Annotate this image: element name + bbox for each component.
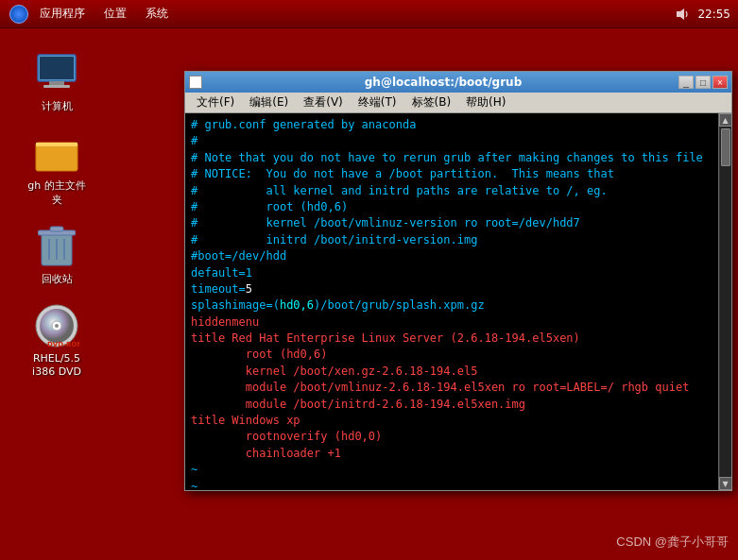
desktop-icon-dvd[interactable]: DVD-ROM RHEL/5.5 i386 DVD: [19, 299, 94, 383]
line-tilde2: ~: [191, 480, 197, 490]
menu-tabs[interactable]: 标签(B): [404, 93, 459, 112]
line-16: kernel /boot/xen.gz-2.6.18-194.el5: [191, 365, 477, 378]
line-tilde1: ~: [191, 463, 197, 476]
system-tray: [675, 7, 690, 22]
line-9: #boot=/dev/hdd: [191, 249, 286, 263]
watermark: CSDN @龚子小哥哥: [616, 534, 729, 551]
dvd-label: RHEL/5.5 i386 DVD: [23, 352, 91, 380]
menu-view[interactable]: 查看(V): [296, 93, 351, 112]
globe-icon: [9, 5, 28, 24]
line-18: module /boot/initrd-2.6.18-194.el5xen.im…: [191, 398, 525, 411]
menu-help[interactable]: 帮助(H): [458, 93, 513, 112]
line-21: chainloader +1: [191, 447, 341, 460]
menu-edit[interactable]: 编辑(E): [242, 93, 296, 112]
desktop-icon-computer[interactable]: 计算机: [19, 47, 94, 117]
line-3: # Note that you do not have to rerun gru…: [191, 151, 703, 164]
svg-rect-2: [40, 57, 74, 79]
computer-icon-image: [34, 51, 79, 96]
line-8: # initrd /boot/initrd-version.img: [191, 233, 477, 246]
maximize-button[interactable]: □: [695, 76, 711, 89]
line-19: title Windows xp: [191, 414, 300, 427]
line-14: title Red Hat Enterprise Linux Server (2…: [191, 331, 580, 345]
menu-places[interactable]: 位置: [96, 4, 134, 24]
window-titlebar: gh@localhost:/boot/grub _ □ ×: [185, 72, 731, 93]
menu-terminal[interactable]: 终端(T): [351, 93, 404, 112]
close-button[interactable]: ×: [712, 76, 728, 89]
desktop: 计算机 gh 的主文件夹 回收站: [0, 28, 151, 560]
line-12: splashimage=(hd0,6)/boot/grub/splash.xpm…: [191, 298, 485, 312]
line-5: # all kernel and initrd paths are relati…: [191, 184, 608, 197]
taskbar-menus: 应用程序 位置 系统: [0, 4, 181, 24]
svg-rect-9: [50, 227, 63, 231]
svg-marker-0: [677, 8, 684, 20]
taskbar: 应用程序 位置 系统 22:55: [0, 0, 738, 28]
svg-point-16: [55, 324, 59, 328]
line-2: #: [191, 134, 197, 147]
folder-icon-image: [34, 130, 79, 176]
scrollbar[interactable]: ▲ ▼: [718, 113, 731, 490]
window-icon: [189, 76, 202, 89]
line-7: # kernel /boot/vmlinuz-version ro root=/…: [191, 216, 580, 229]
svg-rect-4: [43, 85, 70, 88]
line-17: module /boot/vmlinuz-2.6.18-194.el5xen r…: [191, 381, 689, 394]
dvd-svg: DVD-ROM: [34, 303, 79, 348]
minimize-button[interactable]: _: [678, 76, 694, 89]
svg-rect-5: [36, 143, 77, 171]
menu-system[interactable]: 系统: [138, 4, 176, 24]
line-6: # root (hd0,6): [191, 200, 348, 213]
home-label: gh 的主文件夹: [23, 179, 91, 207]
line-10: default=1: [191, 266, 252, 280]
window-controls: _ □ ×: [678, 76, 728, 89]
scrollbar-track: [720, 127, 731, 477]
line-20: rootnoverify (hd0,0): [191, 430, 382, 443]
volume-icon: [675, 7, 690, 22]
line-4: # NOTICE: You do not have a /boot partit…: [191, 167, 614, 180]
taskbar-right: 22:55: [675, 7, 738, 22]
computer-svg: [34, 51, 79, 96]
svg-rect-3: [49, 81, 64, 85]
scroll-up-button[interactable]: ▲: [719, 113, 732, 127]
desktop-icon-trash[interactable]: 回收站: [19, 220, 94, 290]
menu-file[interactable]: 文件(F): [189, 93, 242, 112]
trash-icon-image: [34, 224, 79, 269]
scroll-down-button[interactable]: ▼: [719, 477, 732, 490]
clock: 22:55: [697, 8, 730, 21]
terminal-window: gh@localhost:/boot/grub _ □ × 文件(F) 编辑(E…: [184, 71, 732, 491]
window-title: gh@localhost:/boot/grub: [208, 76, 678, 89]
window-content: # grub.conf generated by anaconda # # No…: [185, 113, 731, 490]
line-1: # grub.conf generated by anaconda: [191, 118, 416, 131]
trash-label: 回收站: [42, 273, 73, 286]
scrollbar-thumb[interactable]: [721, 128, 730, 166]
terminal-text[interactable]: # grub.conf generated by anaconda # # No…: [185, 113, 718, 490]
line-13: hiddenmenu: [191, 315, 259, 329]
trash-svg: [38, 224, 76, 269]
folder-svg: [34, 133, 79, 173]
computer-label: 计算机: [42, 100, 73, 113]
menu-applications[interactable]: 应用程序: [32, 4, 93, 24]
svg-text:DVD-ROM: DVD-ROM: [47, 341, 79, 348]
window-menubar: 文件(F) 编辑(E) 查看(V) 终端(T) 标签(B) 帮助(H): [185, 93, 731, 113]
dvd-icon-image: DVD-ROM: [34, 303, 79, 348]
line-11: timeout=5: [191, 282, 252, 296]
line-15: root (hd0,6): [191, 348, 328, 361]
desktop-icon-home[interactable]: gh 的主文件夹: [19, 127, 94, 211]
